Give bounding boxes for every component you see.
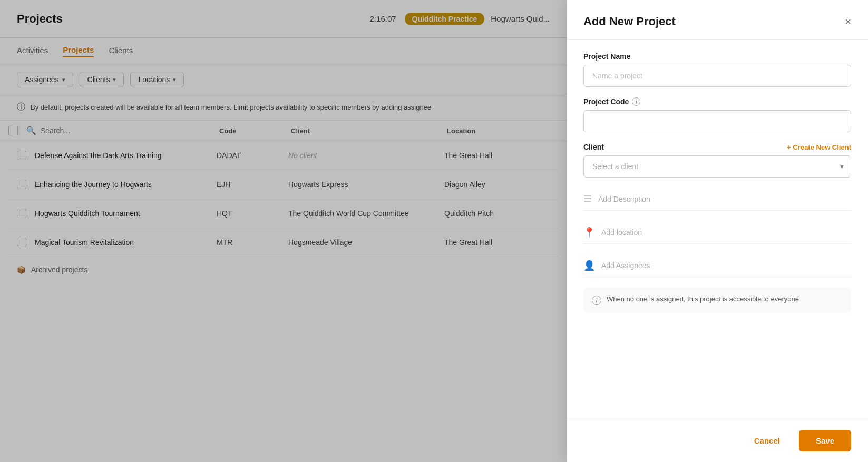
- client-select-wrapper: Select a client ▾: [583, 155, 851, 178]
- create-client-link[interactable]: + Create New Client: [787, 143, 851, 151]
- assignees-person-icon: 👤: [583, 260, 595, 271]
- assignees-info-circle-icon: i: [592, 296, 601, 305]
- project-name-input[interactable]: [583, 65, 851, 87]
- client-row: Client + Create New Client: [583, 143, 851, 151]
- add-project-modal: Add New Project × Project Name Project C…: [567, 0, 868, 462]
- add-assignees-row[interactable]: 👤 Add Assignees: [583, 254, 851, 277]
- add-description-row[interactable]: ☰ Add Description: [583, 188, 851, 211]
- client-group: Client + Create New Client Select a clie…: [583, 143, 851, 178]
- project-code-input[interactable]: [583, 110, 851, 132]
- project-code-label: Project Code i: [583, 97, 851, 106]
- modal-overlay: [0, 0, 567, 462]
- client-label: Client: [583, 143, 604, 151]
- location-pin-icon: 📍: [583, 227, 595, 238]
- save-button[interactable]: Save: [799, 430, 851, 451]
- client-select[interactable]: Select a client: [583, 155, 851, 178]
- modal-header: Add New Project ×: [567, 0, 868, 40]
- project-code-info-icon: i: [632, 97, 640, 106]
- project-code-group: Project Code i: [583, 97, 851, 132]
- project-name-label: Project Name: [583, 52, 851, 61]
- modal-footer: Cancel Save: [567, 419, 868, 462]
- description-icon: ☰: [583, 193, 592, 205]
- cancel-button[interactable]: Cancel: [744, 431, 791, 450]
- close-button[interactable]: ×: [845, 16, 851, 27]
- assignees-info-box: i When no one is assigned, this project …: [583, 288, 851, 312]
- modal-body: Project Name Project Code i Client + Cre…: [567, 40, 868, 419]
- project-name-group: Project Name: [583, 52, 851, 87]
- add-location-row[interactable]: 📍 Add location: [583, 221, 851, 244]
- modal-title: Add New Project: [583, 15, 676, 28]
